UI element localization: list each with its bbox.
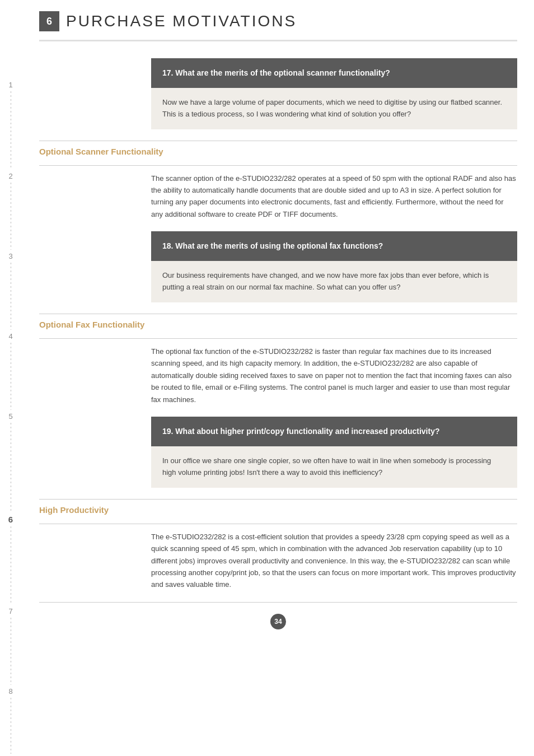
- answer-text-18: Our business requirements have changed, …: [162, 270, 506, 293]
- sidebar-number-8: 8: [8, 685, 12, 698]
- sidebar-marker-6: 6: [0, 512, 21, 605]
- sidebar-dots-7: [11, 618, 11, 685]
- header-number-box: 6: [39, 11, 59, 31]
- qa-block-18: 18. What are the merits of using the opt…: [151, 231, 517, 302]
- productivity-body-text: The e-STUDIO232/282 is a cost-efficient …: [151, 531, 517, 591]
- sidebar-marker-3: 3: [0, 250, 21, 330]
- sidebar-number-7: 7: [8, 605, 12, 618]
- section-label-fax: Optional Fax Functionality: [39, 314, 517, 339]
- question-text-19: 19. What about higher print/copy functio…: [162, 426, 506, 437]
- answer-box-17: Now we have a large volume of paper docu…: [151, 88, 517, 129]
- sidebar-dots-5: [11, 423, 11, 512]
- sidebar-number-2: 2: [8, 170, 12, 183]
- qa-block-17: 17. What are the merits of the optional …: [151, 58, 517, 129]
- sidebar-marker-2: 2: [0, 170, 21, 250]
- scanner-section-label: Optional Scanner Functionality: [39, 141, 517, 160]
- answer-text-17: Now we have a large volume of paper docu…: [162, 97, 506, 120]
- sidebar-number-1: 1: [8, 78, 12, 91]
- answer-box-18: Our business requirements have changed, …: [151, 261, 517, 302]
- question-text-18: 18. What are the merits of using the opt…: [162, 240, 506, 252]
- question-box-19: 19. What about higher print/copy functio…: [151, 417, 517, 446]
- scanner-divider: [39, 165, 517, 166]
- qa-block-19: 19. What about higher print/copy functio…: [151, 417, 517, 488]
- sidebar-dots-6: [11, 526, 11, 605]
- sidebar-dots-8: [11, 698, 11, 754]
- page-header: 6 PURCHASE MOTIVATIONS: [39, 0, 517, 41]
- page-number: 34: [270, 614, 286, 629]
- productivity-section-label: High Productivity: [39, 499, 517, 518]
- answer-box-19: In our office we share one single copier…: [151, 446, 517, 488]
- header-number: 6: [46, 16, 52, 27]
- sidebar-marker-7: 7: [0, 605, 21, 685]
- page-title: PURCHASE MOTIVATIONS: [66, 12, 297, 30]
- page-number-container: 34: [39, 603, 517, 635]
- question-box-17: 17. What are the merits of the optional …: [151, 58, 517, 88]
- scanner-body-container: The scanner option of the e-STUDIO232/28…: [151, 172, 517, 221]
- productivity-divider: [39, 524, 517, 524]
- section-label-scanner: Optional Scanner Functionality: [39, 141, 517, 166]
- productivity-body-container: The e-STUDIO232/282 is a cost-efficient …: [151, 531, 517, 591]
- sidebar-marker-1: 1: [0, 78, 21, 170]
- fax-section-label: Optional Fax Functionality: [39, 314, 517, 333]
- sidebar-dots-2: [11, 183, 11, 250]
- sidebar-dots-1: [11, 91, 11, 170]
- sidebar-marker-5: 5: [0, 410, 21, 512]
- fax-body-text: The optional fax function of the e-STUDI…: [151, 346, 517, 405]
- fax-divider: [39, 338, 517, 339]
- sidebar-number-5: 5: [8, 410, 12, 423]
- sidebar-dots-4: [11, 343, 11, 410]
- sidebar-number-6: 6: [8, 512, 13, 526]
- sidebar-dots-3: [11, 263, 11, 330]
- sidebar-number-4: 4: [8, 330, 12, 343]
- scanner-body-text: The scanner option of the e-STUDIO232/28…: [151, 172, 517, 221]
- sidebar-marker-4: 4: [0, 330, 21, 410]
- question-box-18: 18. What are the merits of using the opt…: [151, 231, 517, 261]
- fax-body-container: The optional fax function of the e-STUDI…: [151, 346, 517, 405]
- sidebar-number-3: 3: [8, 250, 12, 263]
- answer-text-19: In our office we share one single copier…: [162, 455, 506, 479]
- sidebar-marker-8: 8: [0, 685, 21, 754]
- section-label-productivity: High Productivity: [39, 499, 517, 524]
- question-text-17: 17. What are the merits of the optional …: [162, 67, 506, 79]
